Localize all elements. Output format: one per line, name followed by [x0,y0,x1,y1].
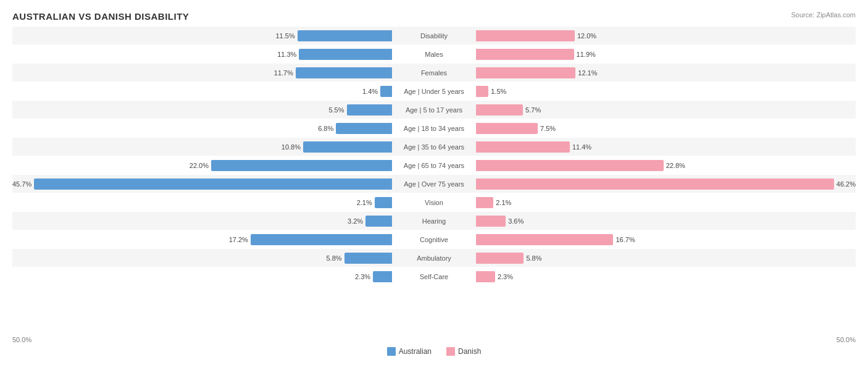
chart-row: 3.2% Hearing 3.6% [12,212,856,230]
right-value: 1.5% [491,88,506,95]
right-bar-container: 22.8% [476,156,856,174]
row-label: Ambulatory [392,254,477,262]
axis-left: 50.0% [12,336,392,343]
right-bar [476,216,506,227]
chart-row: 10.8% Age | 35 to 64 years 11.4% [12,138,856,156]
right-bar-container: 11.4% [476,138,856,156]
right-bar [476,49,574,60]
row-label: Age | Over 75 years [392,180,477,188]
right-bar-container: 3.6% [476,212,856,230]
chart-row: 5.5% Age | 5 to 17 years 5.7% [12,101,856,119]
row-label: Hearing [392,217,477,225]
right-value: 5.7% [525,106,541,114]
right-bar-container: 16.7% [476,230,856,248]
right-bar-container: 7.5% [476,119,856,137]
right-bar [476,86,488,97]
danish-legend-label: Danish [458,347,481,356]
row-label: Age | 5 to 17 years [392,106,477,114]
legend-danish: Danish [446,347,481,356]
left-bar [336,123,391,134]
right-value: 2.3% [498,273,513,280]
row-label: Cognitive [392,236,477,243]
chart-area: 11.5% Disability 12.0% 11.3% Males 11.9%… [12,27,856,335]
row-label: Females [392,69,477,77]
right-bar [476,67,575,78]
left-value: 11.7% [274,69,293,77]
left-bar-container: 3.2% [12,212,392,230]
left-value: 10.8% [282,143,301,151]
left-bar-container: 45.7% [12,175,392,193]
left-bar-container: 2.1% [12,193,392,211]
right-bar-container: 1.5% [476,82,856,100]
right-value: 11.9% [577,51,596,58]
left-bar [34,178,391,190]
chart-container: AUSTRALIAN VS DANISH DISABILITY Source: … [0,0,868,378]
right-bar [476,178,833,190]
right-value: 11.4% [572,143,591,151]
left-bar-container: 5.8% [12,249,392,267]
source-label: Source: ZipAtlas.com [791,11,856,19]
left-value: 11.5% [275,32,294,40]
left-value: 2.1% [357,199,372,206]
right-value: 2.1% [496,199,511,206]
right-value: 5.8% [526,254,541,262]
left-value: 1.4% [362,88,378,95]
left-value: 6.8% [318,125,333,132]
australian-legend-label: Australian [399,347,432,356]
left-bar-container: 5.5% [12,101,392,119]
left-bar-container: 22.0% [12,156,392,174]
left-bar [211,160,392,171]
legend-australian: Australian [387,347,432,356]
left-bar-container: 11.3% [12,45,392,63]
chart-row: 22.0% Age | 65 to 74 years 22.8% [12,156,856,174]
right-bar-container: 12.0% [476,27,856,44]
row-label: Age | 65 to 74 years [392,162,477,169]
left-value: 2.3% [355,273,370,280]
chart-row: 11.7% Females 12.1% [12,64,856,82]
right-value: 3.6% [508,217,524,225]
chart-title: AUSTRALIAN VS DANISH DISABILITY [12,11,856,22]
right-bar [476,234,613,245]
left-bar [347,104,392,116]
left-value: 17.2% [229,236,248,243]
chart-row: 1.4% Age | Under 5 years 1.5% [12,82,856,100]
left-bar-container: 11.5% [12,27,392,44]
right-value: 16.7% [616,236,635,243]
left-bar [373,271,392,282]
chart-row: 11.3% Males 11.9% [12,45,856,63]
chart-row: 17.2% Cognitive 16.7% [12,230,856,248]
left-value: 5.5% [328,106,344,114]
left-value: 11.3% [277,51,296,58]
right-bar [476,197,493,208]
right-bar [476,253,524,264]
chart-row: 2.3% Self-Care 2.3% [12,267,856,285]
axis-right: 50.0% [476,336,856,343]
left-bar [344,253,392,264]
left-bar-container: 2.3% [12,267,392,285]
left-bar [375,197,392,208]
left-bar [299,49,391,60]
right-bar-container: 5.7% [476,101,856,119]
right-bar [476,30,575,41]
right-bar [476,104,523,116]
right-bar-container: 5.8% [476,249,856,267]
row-label: Self-Care [392,273,477,280]
left-bar-container: 1.4% [12,82,392,100]
left-bar [296,67,392,78]
left-value: 5.8% [326,254,341,262]
left-bar [303,141,392,153]
right-value: 12.0% [577,32,596,40]
left-bar-container: 17.2% [12,230,392,248]
left-bar [251,234,392,245]
left-bar [365,216,392,227]
right-value: 22.8% [666,162,685,169]
left-value: 45.7% [12,180,31,188]
right-value: 46.2% [837,180,856,188]
chart-row: 2.1% Vision 2.1% [12,193,856,211]
right-value: 12.1% [578,69,597,77]
left-bar-container: 10.8% [12,138,392,156]
right-bar-container: 2.1% [476,193,856,211]
left-value: 3.2% [348,217,363,225]
right-bar-container: 2.3% [476,267,856,285]
row-label: Males [392,51,477,58]
